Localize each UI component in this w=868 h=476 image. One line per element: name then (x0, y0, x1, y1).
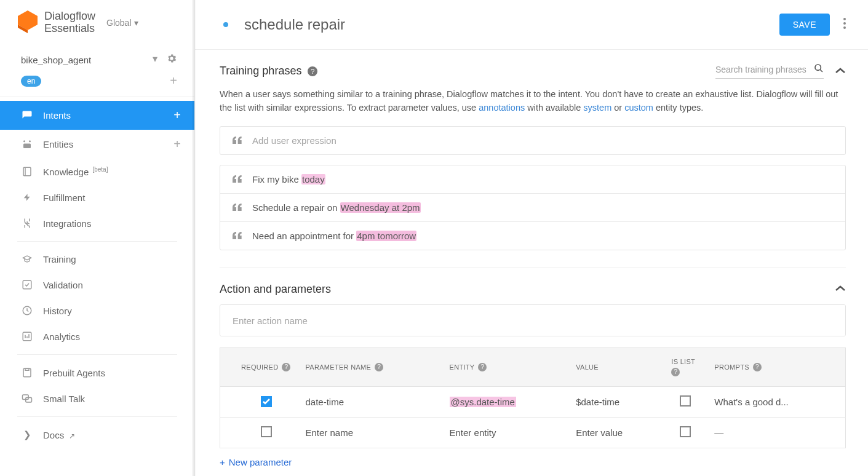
sidebar-header: Dialogflow Essentials Global ▾ (0, 0, 194, 47)
entities-icon (21, 139, 33, 150)
th-value: VALUE (576, 363, 599, 371)
param-prompt-cell[interactable]: What's a good d... (707, 386, 845, 417)
quote-icon (233, 135, 242, 146)
training-section: Training phrases ? When a use (220, 63, 846, 250)
plus-icon: + (220, 457, 225, 467)
phrase-row[interactable]: Schedule a repair on Wednesday at 2pm (220, 194, 845, 222)
nav: Intents + Entities + Knowledge [beta] (0, 97, 194, 448)
intent-title[interactable]: schedule repair (244, 16, 345, 33)
nav-knowledge-label: Knowledge (43, 167, 89, 177)
param-name-placeholder[interactable]: Enter name (298, 417, 442, 448)
entity-highlight[interactable]: today (301, 174, 325, 184)
nav-validation[interactable]: Validation (0, 272, 194, 298)
entity-highlight[interactable]: 4pm tomorrow (356, 231, 416, 241)
islist-checkbox[interactable] (680, 426, 691, 437)
new-param-label: New parameter (229, 457, 292, 467)
param-entity-cell[interactable]: @sys.date-time (442, 386, 569, 417)
islist-checkbox[interactable] (680, 395, 691, 407)
param-row-empty[interactable]: Enter name Enter entity Enter value — (220, 417, 846, 448)
global-dropdown[interactable]: Global ▾ (106, 18, 138, 28)
new-parameter-button[interactable]: + New parameter (220, 457, 846, 467)
external-link-icon: ↗ (69, 432, 75, 440)
required-checkbox[interactable] (261, 396, 272, 407)
dialogflow-logo-icon (17, 10, 38, 36)
beta-badge: [beta] (92, 166, 108, 173)
topbar: schedule repair SAVE (195, 0, 868, 50)
search-icon (814, 63, 824, 76)
collapse-training-icon[interactable] (835, 66, 846, 77)
validation-icon (21, 279, 33, 290)
training-search[interactable] (715, 63, 824, 79)
nav-fulfillment-label: Fulfillment (43, 192, 85, 203)
help-icon[interactable]: ? (308, 66, 317, 76)
action-title: Action and parameters (220, 283, 331, 296)
nav-smalltalk[interactable]: Small Talk (0, 386, 194, 411)
link-annotations[interactable]: annotations (479, 103, 525, 113)
nav-docs[interactable]: ❯ Docs ↗ (0, 422, 194, 448)
nav-integrations-label: Integrations (43, 218, 91, 229)
param-value-cell[interactable]: $date-time (568, 386, 664, 417)
history-icon (21, 305, 33, 316)
help-icon[interactable]: ? (375, 363, 383, 371)
nav-history[interactable]: History (0, 298, 194, 323)
nav-entities[interactable]: Entities + (0, 130, 194, 159)
add-phrase-box (220, 126, 846, 155)
entity-highlight[interactable]: Wednesday at 2pm (340, 202, 421, 213)
param-entity-placeholder[interactable]: Enter entity (442, 417, 569, 448)
nav-history-label: History (43, 306, 72, 316)
svg-point-16 (815, 65, 821, 70)
th-entity: ENTITY (450, 363, 475, 371)
nav-fulfillment[interactable]: Fulfillment (0, 184, 194, 210)
add-intent-button[interactable]: + (173, 108, 181, 122)
add-lang-button[interactable]: + (170, 74, 177, 88)
help-icon[interactable]: ? (478, 363, 487, 371)
intents-icon (21, 110, 33, 121)
nav-validation-label: Validation (43, 280, 83, 290)
lang-row: en + (0, 70, 194, 97)
nav-prebuilt-label: Prebuilt Agents (43, 368, 105, 378)
lang-pill[interactable]: en (21, 76, 41, 87)
nav-intents[interactable]: Intents + (0, 101, 194, 130)
nav-training[interactable]: Training (0, 247, 194, 272)
phrase-row[interactable]: Need an appointment for 4pm tomorrow (220, 222, 845, 250)
training-description: When a user says something similar to a … (220, 87, 846, 115)
add-entity-button[interactable]: + (173, 137, 181, 151)
help-icon[interactable]: ? (753, 363, 762, 371)
phrase-row[interactable]: Fix my bike today (220, 165, 845, 194)
param-name-cell[interactable]: date-time (298, 386, 442, 417)
agent-row: bike_shop_agent ▾ (0, 47, 194, 70)
nav-entities-label: Entities (43, 139, 73, 149)
svg-rect-6 (23, 280, 31, 289)
help-icon[interactable]: ? (671, 368, 680, 376)
th-islist: IS LIST (671, 358, 695, 365)
more-menu-icon[interactable] (843, 18, 846, 31)
quote-icon (233, 174, 242, 184)
help-icon[interactable]: ? (282, 363, 290, 371)
nav-prebuilt[interactable]: Prebuilt Agents (0, 360, 194, 386)
link-custom[interactable]: custom (624, 103, 653, 113)
fulfillment-icon (21, 192, 33, 203)
nav-knowledge[interactable]: Knowledge [beta] (0, 159, 194, 184)
nav-integrations[interactable]: Integrations (0, 210, 194, 236)
training-search-input[interactable] (715, 65, 808, 74)
required-checkbox[interactable] (261, 426, 272, 437)
action-name-input[interactable] (220, 304, 846, 336)
training-title: Training phrases (220, 65, 301, 77)
nav-analytics[interactable]: Analytics (0, 323, 194, 349)
param-row[interactable]: date-time @sys.date-time $date-time What… (220, 386, 846, 417)
svg-rect-10 (25, 368, 29, 370)
agent-name[interactable]: bike_shop_agent (21, 55, 91, 65)
sidebar: Dialogflow Essentials Global ▾ bike_shop… (0, 0, 195, 476)
link-system[interactable]: system (583, 103, 611, 113)
phrases-list: Fix my bike today Schedule a repair on W… (220, 165, 846, 250)
gear-icon[interactable] (166, 53, 177, 66)
add-phrase-input[interactable] (252, 135, 833, 146)
save-button[interactable]: SAVE (779, 14, 830, 36)
nav-training-label: Training (43, 254, 76, 264)
prebuilt-icon (21, 367, 33, 378)
agent-caret-icon[interactable]: ▾ (153, 53, 157, 66)
param-value-placeholder[interactable]: Enter value (568, 417, 664, 448)
collapse-action-icon[interactable] (835, 284, 846, 295)
svg-point-13 (843, 18, 846, 20)
training-icon (21, 255, 33, 264)
